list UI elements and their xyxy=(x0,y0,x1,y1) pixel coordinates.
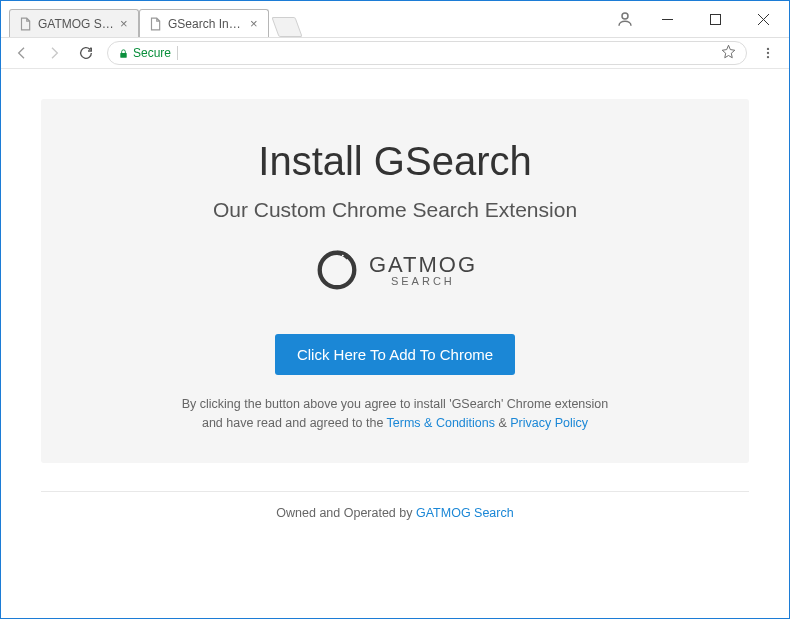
reload-button[interactable] xyxy=(75,42,97,64)
tab-close-icon[interactable]: × xyxy=(120,19,130,29)
secure-indicator: Secure xyxy=(118,46,171,60)
svg-point-15 xyxy=(342,255,344,257)
page-subheading: Our Custom Chrome Search Extension xyxy=(81,198,709,222)
close-window-button[interactable] xyxy=(743,5,783,33)
brand-logo-text: GATMOG SEARCH xyxy=(369,254,477,287)
tab-gsearch-install[interactable]: GSearch Install × xyxy=(139,9,269,37)
brand-name-line2: SEARCH xyxy=(391,276,477,287)
add-to-chrome-button[interactable]: Click Here To Add To Chrome xyxy=(275,334,515,375)
svg-rect-2 xyxy=(710,14,720,24)
page-icon xyxy=(148,17,162,31)
tab-close-icon[interactable]: × xyxy=(250,19,260,29)
address-bar[interactable]: Secure xyxy=(107,41,747,65)
page-icon xyxy=(18,17,32,31)
tab-gatmog-search[interactable]: GATMOG Search × xyxy=(9,9,139,37)
tab-title: GSearch Install xyxy=(168,17,244,31)
brand-name-line1: GATMOG xyxy=(369,254,477,276)
lock-icon xyxy=(118,47,129,60)
new-tab-button[interactable] xyxy=(271,17,302,37)
footer-pre: Owned and Operated by xyxy=(276,506,416,520)
footer-brand-link[interactable]: GATMOG Search xyxy=(416,506,514,520)
disclaimer-text: By clicking the button above you agree t… xyxy=(180,395,610,433)
svg-rect-5 xyxy=(120,53,126,58)
tab-title: GATMOG Search xyxy=(38,17,114,31)
ouroboros-icon xyxy=(313,246,361,294)
svg-point-8 xyxy=(767,56,769,58)
account-icon[interactable] xyxy=(611,5,639,33)
disclaimer-amp: & xyxy=(495,416,510,430)
browser-toolbar: Secure xyxy=(1,37,789,69)
brand-logo: GATMOG SEARCH xyxy=(81,246,709,294)
privacy-link[interactable]: Privacy Policy xyxy=(510,416,588,430)
terms-link[interactable]: Terms & Conditions xyxy=(387,416,495,430)
svg-point-14 xyxy=(320,253,355,288)
svg-point-0 xyxy=(622,13,628,19)
svg-point-7 xyxy=(767,52,769,54)
maximize-button[interactable] xyxy=(695,5,735,33)
page-content: pcrisk.com Install GSearch Our Custom Ch… xyxy=(1,69,789,618)
footer: Owned and Operated by GATMOG Search xyxy=(41,506,749,520)
minimize-button[interactable] xyxy=(647,5,687,33)
secure-label: Secure xyxy=(133,46,171,60)
addr-separator xyxy=(177,46,178,60)
svg-point-6 xyxy=(767,48,769,50)
page-heading: Install GSearch xyxy=(81,139,709,184)
tab-strip: GATMOG Search × GSearch Install × xyxy=(1,1,611,37)
window-controls xyxy=(611,1,789,37)
install-panel: Install GSearch Our Custom Chrome Search… xyxy=(41,99,749,463)
forward-button[interactable] xyxy=(43,42,65,64)
back-button[interactable] xyxy=(11,42,33,64)
window-titlebar: GATMOG Search × GSearch Install × xyxy=(1,1,789,37)
url-input[interactable] xyxy=(184,46,715,61)
menu-button[interactable] xyxy=(757,42,779,64)
footer-divider xyxy=(41,491,749,492)
bookmark-star-icon[interactable] xyxy=(721,44,736,62)
